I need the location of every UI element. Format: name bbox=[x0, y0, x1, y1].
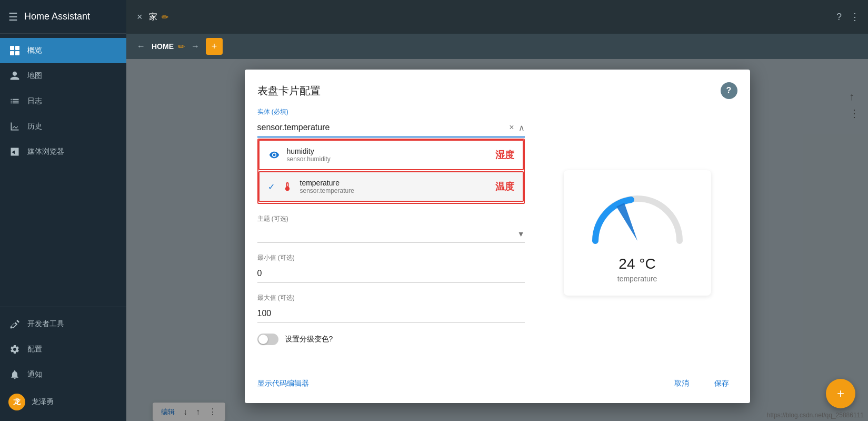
chart-icon bbox=[8, 120, 21, 133]
theme-select[interactable]: ▼ bbox=[257, 226, 525, 243]
select-arrow-icon: ▼ bbox=[517, 230, 525, 238]
code-editor-link[interactable]: 显示代码编辑器 bbox=[257, 379, 309, 388]
thermometer-icon bbox=[281, 180, 294, 193]
min-field: 最小值 (可选) 0 bbox=[257, 253, 525, 283]
gauge-value: 24 °C bbox=[618, 256, 655, 272]
top-toolbar: × 家 ✏ ? ⋮ bbox=[126, 0, 868, 34]
option-humidity-info: humidity sensor.humidity bbox=[287, 147, 489, 163]
sidebar-item-history-label: 历史 bbox=[27, 122, 42, 131]
check-icon: ✓ bbox=[268, 182, 275, 192]
min-value[interactable]: 0 bbox=[257, 265, 525, 283]
svg-marker-4 bbox=[616, 203, 637, 241]
sidebar-bottom: 开发者工具 配置 通知 龙 龙泽勇 bbox=[0, 307, 126, 421]
sidebar-nav: 概览 地图 日志 历史 媒体浏览器 bbox=[0, 34, 126, 307]
entity-input-wrap: × ∧ bbox=[257, 119, 525, 138]
help-icon[interactable]: ? bbox=[836, 12, 842, 23]
dialog-header: 表盘卡片配置 ? bbox=[245, 70, 750, 107]
wrench-icon bbox=[8, 318, 21, 330]
eye-icon bbox=[268, 149, 281, 161]
back-icon[interactable]: ← bbox=[135, 40, 147, 53]
min-label: 最小值 (可选) bbox=[257, 253, 525, 262]
sidebar-item-notifications[interactable]: 通知 bbox=[0, 362, 126, 387]
entity-field-group: 实体 (必填) × ∧ bbox=[257, 107, 525, 204]
dialog-title: 表盘卡片配置 bbox=[257, 84, 321, 98]
watermark: https://blog.csdn.net/qq_25886111 bbox=[767, 412, 864, 419]
toggle-switch[interactable] bbox=[257, 334, 278, 345]
toggle-label: 设置分级变色? bbox=[285, 335, 333, 344]
sidebar-header: ☰ Home Assistant bbox=[0, 0, 126, 34]
entity-input[interactable] bbox=[257, 119, 510, 136]
add-card-button[interactable]: + bbox=[206, 38, 223, 55]
dialog-footer: 显示代码编辑器 取消 保存 bbox=[245, 370, 750, 403]
sidebar-user[interactable]: 龙 龙泽勇 bbox=[0, 387, 126, 417]
forward-icon[interactable]: → bbox=[189, 40, 202, 53]
svg-rect-1 bbox=[15, 46, 19, 50]
gear-icon bbox=[8, 343, 21, 356]
sidebar: ☰ Home Assistant 概览 地图 日志 历史 bbox=[0, 0, 126, 421]
fab-button[interactable]: + bbox=[826, 379, 855, 408]
dialog-help-button[interactable]: ? bbox=[721, 82, 737, 99]
max-value[interactable]: 100 bbox=[257, 305, 525, 323]
entity-dropdown: humidity sensor.humidity 湿度 ✓ bbox=[257, 139, 525, 204]
svg-rect-0 bbox=[10, 46, 14, 50]
dialog: 表盘卡片配置 ? 实体 (必填) bbox=[245, 70, 750, 403]
sub-edit-icon[interactable]: ✏ bbox=[178, 42, 185, 52]
gauge-svg bbox=[585, 183, 690, 251]
sidebar-item-map[interactable]: 地图 bbox=[0, 63, 126, 89]
svg-rect-2 bbox=[10, 51, 14, 55]
gauge-card-preview: 24 °C temperature bbox=[564, 170, 711, 296]
sub-toolbar-title: HOME bbox=[152, 42, 174, 51]
option-humidity-entity: sensor.humidity bbox=[287, 155, 489, 163]
option-humidity-name: humidity bbox=[287, 147, 489, 155]
user-avatar: 龙 bbox=[8, 394, 25, 410]
toolbar-page-title: 家 bbox=[149, 12, 157, 23]
sidebar-item-devtools[interactable]: 开发者工具 bbox=[0, 311, 126, 337]
footer-buttons: 取消 保存 bbox=[666, 375, 737, 393]
toolbar-left: × 家 ✏ bbox=[135, 9, 168, 25]
clear-icon[interactable]: × bbox=[509, 123, 514, 132]
list-icon bbox=[8, 95, 21, 107]
sidebar-item-logs[interactable]: 日志 bbox=[0, 89, 126, 114]
sidebar-item-media-label: 媒体浏览器 bbox=[27, 147, 64, 156]
dialog-body: 实体 (必填) × ∧ bbox=[245, 107, 750, 370]
bell-icon bbox=[8, 368, 21, 381]
sub-toolbar: ← HOME ✏ → + bbox=[126, 34, 868, 59]
dialog-preview: 24 °C temperature bbox=[537, 107, 737, 358]
option-humidity-label-cn: 湿度 bbox=[495, 149, 514, 161]
theme-field-group: 主题 (可选) ▼ bbox=[257, 214, 525, 243]
sidebar-item-map-label: 地图 bbox=[27, 71, 42, 81]
close-icon[interactable]: × bbox=[135, 9, 145, 25]
save-button[interactable]: 保存 bbox=[706, 375, 737, 393]
modal-overlay: 表盘卡片配置 ? 实体 (必填) bbox=[126, 59, 868, 421]
sidebar-item-logs-label: 日志 bbox=[27, 96, 42, 106]
toolbar-right: ? ⋮ bbox=[836, 11, 860, 23]
edit-icon[interactable]: ✏ bbox=[162, 12, 168, 22]
main-area: × 家 ✏ ? ⋮ ← HOME ✏ → + ↑ ⋮ 编辑 ↓ ↑ ⋮ bbox=[126, 0, 868, 421]
toggle-knob bbox=[258, 335, 268, 344]
app-title: Home Assistant bbox=[24, 11, 90, 22]
field-icons: × ∧ bbox=[509, 123, 524, 133]
option-temperature-label-cn: 温度 bbox=[495, 180, 514, 193]
max-label: 最大值 (可选) bbox=[257, 293, 525, 302]
media-icon bbox=[8, 145, 21, 158]
option-temperature-name: temperature bbox=[300, 179, 489, 187]
sidebar-item-devtools-label: 开发者工具 bbox=[27, 319, 64, 329]
theme-label: 主题 (可选) bbox=[257, 214, 525, 223]
gauge-entity: temperature bbox=[617, 275, 657, 283]
sidebar-item-history[interactable]: 历史 bbox=[0, 114, 126, 139]
option-temperature-entity: sensor.temperature bbox=[300, 187, 489, 194]
sidebar-item-overview[interactable]: 概览 bbox=[0, 38, 126, 63]
page-content: ↑ ⋮ 编辑 ↓ ↑ ⋮ 表盘卡片配置 ? bbox=[126, 59, 868, 421]
option-temperature-info: temperature sensor.temperature bbox=[300, 179, 489, 194]
menu-icon[interactable]: ☰ bbox=[8, 11, 18, 23]
option-temperature[interactable]: ✓ temperature sensor.temperature 温度 bbox=[258, 171, 524, 202]
cancel-button[interactable]: 取消 bbox=[666, 375, 697, 393]
sidebar-item-overview-label: 概览 bbox=[27, 46, 42, 55]
entity-label: 实体 (必填) bbox=[257, 107, 525, 116]
sidebar-item-media[interactable]: 媒体浏览器 bbox=[0, 139, 126, 164]
more-icon[interactable]: ⋮ bbox=[850, 11, 860, 23]
sidebar-item-settings[interactable]: 配置 bbox=[0, 337, 126, 362]
user-name: 龙泽勇 bbox=[32, 397, 54, 407]
option-humidity[interactable]: humidity sensor.humidity 湿度 bbox=[258, 140, 524, 170]
toggle-dropdown-icon[interactable]: ∧ bbox=[518, 123, 525, 133]
